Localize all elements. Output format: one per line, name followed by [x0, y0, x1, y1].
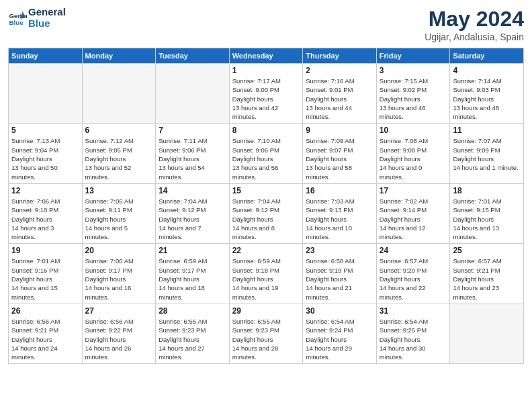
calendar-cell: [9, 64, 83, 124]
day-info: Sunrise: 7:03 AMSunset: 9:13 PMDaylight …: [306, 197, 373, 241]
calendar-cell: [156, 64, 230, 124]
header-tuesday: Tuesday: [156, 48, 230, 64]
day-number: 1: [232, 66, 300, 75]
day-number: 30: [306, 306, 373, 316]
calendar-cell: 20Sunrise: 7:00 AMSunset: 9:17 PMDayligh…: [82, 244, 156, 304]
day-info: Sunrise: 6:58 AMSunset: 9:19 PMDaylight …: [306, 257, 373, 301]
calendar-cell: 30Sunrise: 6:54 AMSunset: 9:24 PMDayligh…: [303, 304, 377, 363]
day-info: Sunrise: 7:04 AMSunset: 9:12 PMDaylight …: [159, 197, 226, 241]
calendar-cell: 28Sunrise: 6:55 AMSunset: 9:23 PMDayligh…: [156, 304, 230, 363]
svg-text:Blue: Blue: [9, 18, 24, 26]
day-number: 19: [11, 246, 79, 255]
day-info: Sunrise: 7:05 AMSunset: 9:11 PMDaylight …: [85, 197, 153, 241]
day-info: Sunrise: 7:04 AMSunset: 9:12 PMDaylight …: [232, 197, 300, 241]
day-number: 24: [380, 246, 447, 255]
calendar-cell: 27Sunrise: 6:56 AMSunset: 9:22 PMDayligh…: [82, 304, 156, 363]
calendar-cell: 4Sunrise: 7:14 AMSunset: 9:03 PMDaylight…: [450, 64, 524, 124]
day-number: 4: [453, 66, 521, 75]
day-number: 31: [380, 306, 447, 316]
calendar-cell: 1Sunrise: 7:17 AMSunset: 9:00 PMDaylight…: [229, 64, 303, 124]
calendar-header-row: Sunday Monday Tuesday Wednesday Thursday…: [9, 48, 524, 64]
day-number: 17: [380, 186, 447, 195]
calendar-cell: 22Sunrise: 6:59 AMSunset: 9:18 PMDayligh…: [229, 244, 303, 304]
calendar-week-row: 5Sunrise: 7:13 AMSunset: 9:04 PMDaylight…: [9, 124, 524, 183]
calendar-cell: 23Sunrise: 6:58 AMSunset: 9:19 PMDayligh…: [303, 244, 377, 304]
header-thursday: Thursday: [303, 48, 377, 64]
page-container: General Blue General Blue May 2024 Ugija…: [0, 0, 532, 371]
day-info: Sunrise: 6:59 AMSunset: 9:18 PMDaylight …: [232, 257, 300, 301]
calendar-cell: 31Sunrise: 6:54 AMSunset: 9:25 PMDayligh…: [376, 304, 450, 363]
day-number: 12: [11, 186, 79, 195]
calendar-cell: 13Sunrise: 7:05 AMSunset: 9:11 PMDayligh…: [82, 183, 156, 243]
logo-icon: General Blue: [8, 9, 27, 28]
day-info: Sunrise: 7:07 AMSunset: 9:09 PMDaylight …: [453, 136, 521, 172]
calendar-cell: 6Sunrise: 7:12 AMSunset: 9:05 PMDaylight…: [82, 124, 156, 183]
logo-line2: Blue: [28, 18, 66, 30]
day-info: Sunrise: 6:56 AMSunset: 9:21 PMDaylight …: [11, 317, 79, 361]
calendar-cell: 19Sunrise: 7:01 AMSunset: 9:16 PMDayligh…: [9, 244, 83, 304]
day-number: 2: [306, 66, 373, 75]
day-number: 27: [85, 306, 153, 316]
day-info: Sunrise: 7:12 AMSunset: 9:05 PMDaylight …: [85, 136, 153, 181]
day-info: Sunrise: 6:57 AMSunset: 9:21 PMDaylight …: [453, 257, 521, 301]
calendar-cell: 12Sunrise: 7:06 AMSunset: 9:10 PMDayligh…: [9, 183, 83, 243]
day-number: 6: [85, 126, 153, 135]
day-info: Sunrise: 7:17 AMSunset: 9:00 PMDaylight …: [232, 77, 300, 121]
page-header: General Blue General Blue May 2024 Ugija…: [8, 7, 524, 42]
calendar-cell: 14Sunrise: 7:04 AMSunset: 9:12 PMDayligh…: [156, 183, 230, 243]
calendar-cell: 5Sunrise: 7:13 AMSunset: 9:04 PMDaylight…: [9, 124, 83, 183]
calendar-week-row: 19Sunrise: 7:01 AMSunset: 9:16 PMDayligh…: [9, 244, 524, 304]
day-number: 15: [232, 186, 300, 195]
day-number: 13: [85, 186, 153, 195]
logo-line1: General: [28, 7, 66, 18]
calendar-cell: 10Sunrise: 7:08 AMSunset: 9:08 PMDayligh…: [376, 124, 450, 183]
header-sunday: Sunday: [9, 48, 83, 64]
logo: General Blue General Blue: [8, 7, 66, 29]
header-wednesday: Wednesday: [229, 48, 303, 64]
header-monday: Monday: [82, 48, 156, 64]
calendar-cell: 8Sunrise: 7:10 AMSunset: 9:06 PMDaylight…: [229, 124, 303, 183]
day-number: 22: [232, 246, 300, 255]
calendar-cell: [450, 304, 524, 363]
day-number: 20: [85, 246, 153, 255]
day-number: 21: [159, 246, 226, 255]
calendar-cell: 17Sunrise: 7:02 AMSunset: 9:14 PMDayligh…: [376, 183, 450, 243]
calendar-cell: 16Sunrise: 7:03 AMSunset: 9:13 PMDayligh…: [303, 183, 377, 243]
day-number: 3: [380, 66, 447, 75]
header-friday: Friday: [376, 48, 450, 64]
calendar-week-row: 1Sunrise: 7:17 AMSunset: 9:00 PMDaylight…: [9, 64, 524, 124]
day-info: Sunrise: 7:08 AMSunset: 9:08 PMDaylight …: [380, 136, 447, 181]
calendar-cell: 21Sunrise: 6:59 AMSunset: 9:17 PMDayligh…: [156, 244, 230, 304]
location: Ugijar, Andalusia, Spain: [425, 32, 524, 42]
title-section: May 2024 Ugijar, Andalusia, Spain: [425, 7, 524, 42]
day-info: Sunrise: 6:56 AMSunset: 9:22 PMDaylight …: [85, 317, 153, 361]
calendar-week-row: 12Sunrise: 7:06 AMSunset: 9:10 PMDayligh…: [9, 183, 524, 243]
header-saturday: Saturday: [450, 48, 524, 64]
day-info: Sunrise: 6:54 AMSunset: 9:24 PMDaylight …: [306, 317, 373, 361]
day-number: 25: [453, 246, 521, 255]
day-number: 5: [11, 126, 79, 135]
calendar-cell: 3Sunrise: 7:15 AMSunset: 9:02 PMDaylight…: [376, 64, 450, 124]
day-info: Sunrise: 7:13 AMSunset: 9:04 PMDaylight …: [11, 136, 79, 181]
day-info: Sunrise: 6:59 AMSunset: 9:17 PMDaylight …: [159, 257, 226, 301]
calendar-cell: 9Sunrise: 7:09 AMSunset: 9:07 PMDaylight…: [303, 124, 377, 183]
day-info: Sunrise: 6:55 AMSunset: 9:23 PMDaylight …: [232, 317, 300, 361]
calendar-cell: 7Sunrise: 7:11 AMSunset: 9:06 PMDaylight…: [156, 124, 230, 183]
day-info: Sunrise: 7:15 AMSunset: 9:02 PMDaylight …: [380, 77, 447, 121]
day-info: Sunrise: 7:10 AMSunset: 9:06 PMDaylight …: [232, 136, 300, 181]
day-number: 23: [306, 246, 373, 255]
calendar-week-row: 26Sunrise: 6:56 AMSunset: 9:21 PMDayligh…: [9, 304, 524, 363]
day-number: 16: [306, 186, 373, 195]
calendar-cell: 25Sunrise: 6:57 AMSunset: 9:21 PMDayligh…: [450, 244, 524, 304]
day-info: Sunrise: 6:55 AMSunset: 9:23 PMDaylight …: [159, 317, 226, 361]
day-number: 14: [159, 186, 226, 195]
day-number: 26: [11, 306, 79, 316]
day-info: Sunrise: 7:00 AMSunset: 9:17 PMDaylight …: [85, 257, 153, 301]
day-number: 11: [453, 126, 521, 135]
day-info: Sunrise: 7:14 AMSunset: 9:03 PMDaylight …: [453, 77, 521, 121]
day-number: 7: [159, 126, 226, 135]
day-info: Sunrise: 6:57 AMSunset: 9:20 PMDaylight …: [380, 257, 447, 301]
day-info: Sunrise: 6:54 AMSunset: 9:25 PMDaylight …: [380, 317, 447, 361]
calendar-cell: [82, 64, 156, 124]
day-info: Sunrise: 7:06 AMSunset: 9:10 PMDaylight …: [11, 197, 79, 241]
